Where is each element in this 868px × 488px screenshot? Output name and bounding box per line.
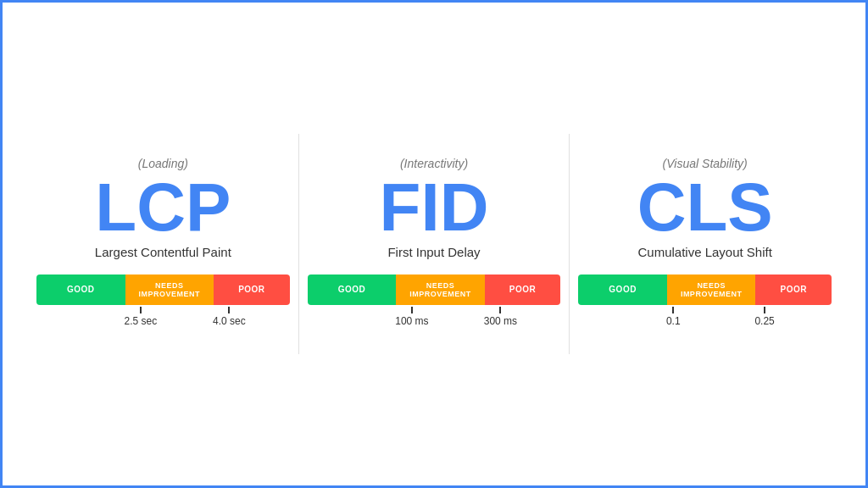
fid-bar-poor: POOR	[485, 274, 561, 305]
lcp-tick1: 2.5 sec	[125, 307, 158, 327]
lcp-good-label: GOOD	[67, 285, 95, 294]
cls-tick2-line	[764, 307, 765, 313]
fid-bar: GOOD NEEDSIMPROVEMENT POOR	[308, 274, 561, 305]
cls-good-label: GOOD	[609, 285, 637, 294]
cls-fullname: Cumulative Layout Shift	[637, 245, 771, 259]
cls-bar-poor: POOR	[755, 274, 832, 305]
lcp-bar-good: GOOD	[36, 274, 125, 305]
lcp-bar-poor: POOR	[214, 274, 290, 305]
fid-bar-container: GOOD NEEDSIMPROVEMENT POOR 100 ms 300 ms	[308, 274, 561, 332]
cls-bar: GOOD NEEDSIMPROVEMENT POOR	[578, 274, 832, 305]
lcp-needs-label: NEEDSIMPROVEMENT	[139, 281, 201, 298]
lcp-fullname: Largest Contentful Paint	[95, 245, 231, 259]
fid-tick2: 300 ms	[484, 307, 517, 327]
cls-ticks: 0.1 0.25	[578, 307, 832, 332]
cls-acronym: CLS	[637, 174, 773, 241]
fid-good-label: GOOD	[338, 285, 366, 294]
lcp-ticks: 2.5 sec 4.0 sec	[36, 307, 290, 332]
lcp-bar-container: GOOD NEEDSIMPROVEMENT POOR 2.5 sec 4.0 s…	[36, 274, 290, 332]
divider-1	[298, 134, 299, 354]
fid-tick2-line	[499, 307, 501, 313]
metrics-container: (Loading) LCP Largest Contentful Paint G…	[3, 117, 865, 371]
lcp-subtitle: (Loading)	[138, 157, 188, 170]
lcp-acronym: LCP	[95, 174, 231, 241]
lcp-poor-label: POOR	[238, 285, 264, 294]
cls-bar-container: GOOD NEEDSIMPROVEMENT POOR 0.1 0.25	[578, 274, 832, 332]
fid-bar-good: GOOD	[308, 274, 397, 305]
fid-poor-label: POOR	[509, 285, 536, 294]
lcp-bar: GOOD NEEDSIMPROVEMENT POOR	[36, 274, 290, 305]
lcp-tick1-label: 2.5 sec	[125, 315, 158, 327]
fid-ticks: 100 ms 300 ms	[308, 307, 561, 332]
cls-tick1: 0.1	[666, 307, 681, 327]
cls-bar-needs: NEEDSIMPROVEMENT	[667, 274, 756, 305]
fid-tick1-line	[411, 307, 413, 313]
cls-tick1-label: 0.1	[666, 315, 681, 327]
fid-bar-needs: NEEDSIMPROVEMENT	[396, 274, 485, 305]
fid-needs-label: NEEDSIMPROVEMENT	[409, 281, 471, 298]
fid-card: (Interactivity) FID First Input Delay GO…	[308, 157, 561, 332]
cls-poor-label: POOR	[780, 285, 806, 294]
fid-tick1: 100 ms	[395, 307, 428, 327]
lcp-tick2-label: 4.0 sec	[213, 315, 246, 327]
fid-fullname: First Input Delay	[387, 245, 480, 259]
lcp-tick1-line	[140, 307, 142, 313]
divider-2	[569, 134, 570, 354]
cls-subtitle: (Visual Stability)	[663, 157, 748, 170]
cls-tick2: 0.25	[754, 307, 774, 327]
cls-needs-label: NEEDSIMPROVEMENT	[681, 281, 743, 298]
lcp-tick2: 4.0 sec	[213, 307, 246, 327]
fid-tick2-label: 300 ms	[484, 315, 517, 327]
fid-acronym: FID	[380, 174, 489, 241]
fid-subtitle: (Interactivity)	[400, 157, 468, 170]
cls-tick2-label: 0.25	[754, 315, 774, 327]
fid-tick1-label: 100 ms	[395, 315, 428, 327]
cls-tick1-line	[672, 307, 674, 313]
cls-card: (Visual Stability) CLS Cumulative Layout…	[578, 157, 832, 332]
lcp-tick2-line	[228, 307, 230, 313]
cls-bar-good: GOOD	[578, 274, 667, 305]
lcp-card: (Loading) LCP Largest Contentful Paint G…	[36, 157, 290, 332]
lcp-bar-needs: NEEDSIMPROVEMENT	[125, 274, 214, 305]
